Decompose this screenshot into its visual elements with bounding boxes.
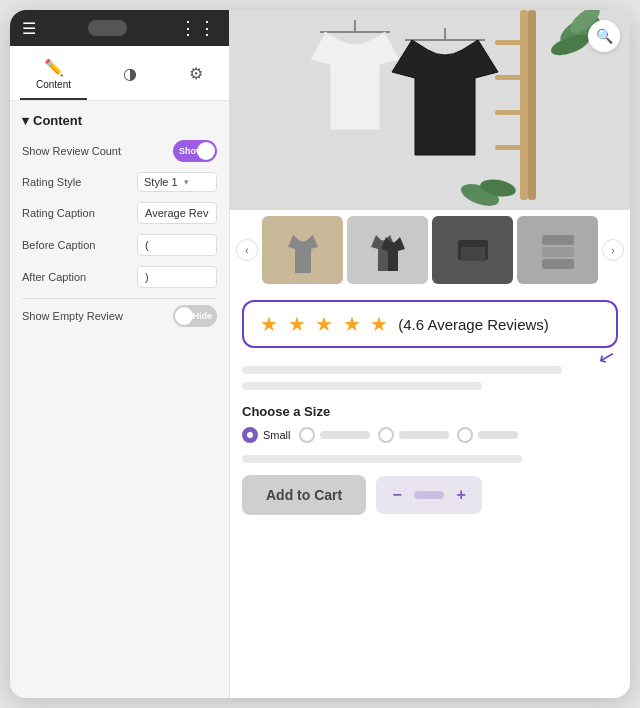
svg-rect-20 bbox=[461, 247, 485, 261]
product-main-image: 🔍 bbox=[230, 10, 630, 210]
divider bbox=[22, 298, 217, 299]
placeholder-line-2 bbox=[242, 382, 482, 390]
rating-caption-row: Rating Caption bbox=[22, 202, 217, 224]
next-thumbnail-button[interactable]: › bbox=[602, 239, 624, 261]
search-button[interactable]: 🔍 bbox=[588, 20, 620, 52]
after-caption-row: After Caption bbox=[22, 266, 217, 288]
rating-box: ★ ★ ★ ★ ★ (4.6 Average Reviews) bbox=[242, 300, 618, 348]
left-panel: ☰ ⋮⋮ ✏️ Content ◑ ⚙ ▾ Content bbox=[10, 10, 230, 698]
before-caption-input[interactable] bbox=[137, 234, 217, 256]
thumbnail-2[interactable] bbox=[347, 216, 428, 284]
show-empty-review-label: Show Empty Review bbox=[22, 310, 123, 322]
tabs-bar: ✏️ Content ◑ ⚙ bbox=[10, 46, 229, 101]
size-radio-2 bbox=[299, 427, 315, 443]
top-bar: ☰ ⋮⋮ bbox=[10, 10, 229, 46]
quantity-control: − + bbox=[376, 476, 482, 514]
size-option-2[interactable] bbox=[299, 427, 370, 443]
svg-rect-1 bbox=[520, 10, 528, 200]
rating-style-row: Rating Style Style 1 ▾ bbox=[22, 172, 217, 192]
show-empty-review-row: Show Empty Review Hide bbox=[22, 305, 217, 327]
show-review-count-label: Show Review Count bbox=[22, 145, 121, 157]
qty-value-placeholder bbox=[414, 491, 444, 499]
after-caption-label: After Caption bbox=[22, 271, 86, 283]
size-radio-3 bbox=[378, 427, 394, 443]
edit-icon: ✏️ bbox=[44, 58, 64, 77]
size-radio-small bbox=[242, 427, 258, 443]
toggle-off-text: Hide bbox=[192, 311, 212, 321]
placeholder-line-1 bbox=[242, 366, 562, 374]
show-review-count-toggle[interactable]: Show bbox=[173, 140, 217, 162]
show-empty-review-toggle[interactable]: Hide bbox=[173, 305, 217, 327]
style-icon: ◑ bbox=[123, 64, 137, 83]
size-title: Choose a Size bbox=[242, 404, 618, 419]
rating-text: (4.6 Average Reviews) bbox=[398, 316, 549, 333]
rating-caption-label: Rating Caption bbox=[22, 207, 95, 219]
thumbnail-3[interactable] bbox=[432, 216, 513, 284]
bottom-placeholder-1 bbox=[242, 455, 522, 463]
gear-icon: ⚙ bbox=[189, 64, 203, 83]
before-caption-label: Before Caption bbox=[22, 239, 95, 251]
section-title: ▾ Content bbox=[22, 113, 217, 128]
chevron-down-icon: ▾ bbox=[184, 177, 189, 187]
rating-caption-input[interactable] bbox=[137, 202, 217, 224]
size-placeholder-2 bbox=[320, 431, 370, 439]
app-container: ☰ ⋮⋮ ✏️ Content ◑ ⚙ ▾ Content bbox=[10, 10, 630, 698]
right-panel: 🔍 ‹ › ★ ★ ★ bbox=[230, 10, 630, 698]
add-to-cart-button[interactable]: Add to Cart bbox=[242, 475, 366, 515]
svg-rect-24 bbox=[542, 259, 574, 269]
increase-qty-button[interactable]: + bbox=[450, 484, 472, 506]
size-option-3[interactable] bbox=[378, 427, 449, 443]
after-caption-input[interactable] bbox=[137, 266, 217, 288]
size-section: Choose a Size Small bbox=[230, 398, 630, 449]
search-icon: 🔍 bbox=[596, 28, 613, 44]
rating-style-label: Rating Style bbox=[22, 176, 81, 188]
size-option-small[interactable]: Small bbox=[242, 427, 291, 443]
svg-rect-23 bbox=[542, 247, 574, 257]
tab-style[interactable]: ◑ bbox=[107, 60, 153, 95]
size-radio-4 bbox=[457, 427, 473, 443]
panel-content: ▾ Content Show Review Count Show Rating … bbox=[10, 101, 229, 698]
thumbnail-4[interactable] bbox=[517, 216, 598, 284]
tab-content[interactable]: ✏️ Content bbox=[20, 54, 87, 100]
size-option-4[interactable] bbox=[457, 427, 518, 443]
tab-content-label: Content bbox=[36, 79, 71, 90]
show-review-count-row: Show Review Count Show bbox=[22, 140, 217, 162]
decrease-qty-button[interactable]: − bbox=[386, 484, 408, 506]
svg-rect-6 bbox=[528, 10, 536, 200]
tab-settings[interactable]: ⚙ bbox=[173, 60, 219, 95]
cart-section: Add to Cart − + bbox=[230, 467, 630, 523]
hamburger-icon[interactable]: ☰ bbox=[22, 19, 36, 38]
rating-section: ★ ★ ★ ★ ★ (4.6 Average Reviews) ↙ bbox=[230, 290, 630, 354]
thumbnail-strip: ‹ › bbox=[230, 210, 630, 290]
rating-style-select[interactable]: Style 1 ▾ bbox=[137, 172, 217, 192]
before-caption-row: Before Caption bbox=[22, 234, 217, 256]
prev-thumbnail-button[interactable]: ‹ bbox=[236, 239, 258, 261]
size-label-small: Small bbox=[263, 429, 291, 441]
toggle-on-text: Show bbox=[179, 146, 203, 156]
size-placeholder-3 bbox=[399, 431, 449, 439]
grid-icon[interactable]: ⋮⋮ bbox=[179, 17, 217, 39]
stars-display: ★ ★ ★ ★ ★ bbox=[260, 312, 390, 336]
size-placeholder-4 bbox=[478, 431, 518, 439]
thumbnail-1[interactable] bbox=[262, 216, 343, 284]
svg-rect-22 bbox=[542, 235, 574, 245]
section-arrow-icon: ▾ bbox=[22, 113, 29, 128]
size-options: Small bbox=[242, 427, 618, 443]
